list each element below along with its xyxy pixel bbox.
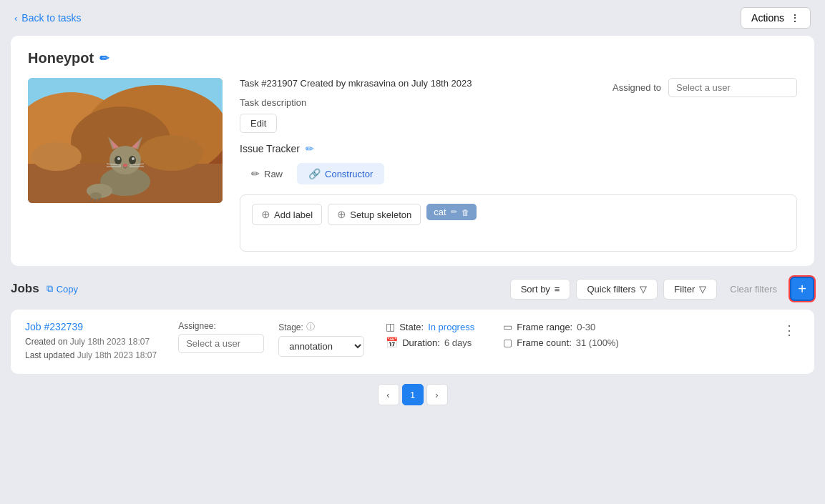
- stat-col-right: ▭ Frame range: 0-30 ▢ Frame count: 31 (1…: [503, 321, 619, 348]
- sort-by-label: Sort by: [521, 284, 550, 295]
- task-meta-text: Task #231907 Created by mkrasavina on Ju…: [240, 78, 472, 89]
- duration-stat: 📅 Duration: 6 days: [386, 337, 474, 348]
- stage-label: Stage: ⓘ: [278, 321, 364, 333]
- constructor-tab-icon: 🔗: [308, 168, 321, 179]
- updated-date: July 18th 2023 18:07: [77, 350, 157, 360]
- quick-filters-button[interactable]: Quick filters ▽: [576, 279, 658, 300]
- assignee-field: Assignee:: [178, 321, 264, 357]
- svg-point-8: [109, 146, 141, 174]
- task-content: Task #231907 Created by mkrasavina on Ju…: [28, 78, 797, 252]
- raw-tab-label: Raw: [264, 169, 283, 179]
- label-tag-cat: cat ✏ 🗑: [426, 204, 476, 220]
- state-icon: ◫: [386, 321, 395, 332]
- prev-icon: ‹: [386, 390, 389, 400]
- add-job-icon: +: [798, 281, 806, 297]
- label-tag-name: cat: [434, 207, 446, 217]
- chevron-left-icon: ‹: [14, 13, 17, 24]
- frame-count-stat: ▢ Frame count: 31 (100%): [503, 337, 619, 348]
- duration-icon: 📅: [386, 337, 398, 348]
- label-tag-delete-icon[interactable]: 🗑: [462, 208, 469, 217]
- jobs-left: Jobs ⧉ Copy: [11, 282, 78, 296]
- actions-button[interactable]: Actions ⋮: [741, 7, 811, 29]
- edit-description-button[interactable]: Edit: [240, 114, 277, 133]
- task-title-edit-icon[interactable]: ✏: [99, 51, 109, 65]
- svg-point-5: [31, 142, 82, 171]
- tab-constructor[interactable]: 🔗 Constructor: [297, 163, 384, 184]
- label-tag-edit-icon[interactable]: ✏: [451, 207, 457, 217]
- svg-point-16: [132, 157, 135, 160]
- assignee-label: Assignee:: [178, 321, 264, 331]
- frame-count-value: 31 (100%): [576, 337, 619, 348]
- frame-range-icon: ▭: [503, 321, 512, 332]
- state-label: State:: [399, 322, 424, 332]
- prev-page-button[interactable]: ‹: [378, 384, 399, 405]
- setup-skeleton-icon: ⊕: [337, 208, 346, 221]
- job-assignee-stage: Assignee: Stage: ⓘ annotation review acc…: [178, 321, 364, 357]
- back-label: Back to tasks: [21, 12, 81, 24]
- stat-col-left: ◫ State: In progress 📅 Duration: 6 days: [386, 321, 474, 348]
- job-info: Job #232739 Created on July 18th 2023 18…: [25, 321, 157, 362]
- top-bar: ‹ Back to tasks Actions ⋮: [0, 0, 825, 36]
- created-date: July 18th 2023 18:07: [70, 337, 150, 347]
- copy-button[interactable]: ⧉ Copy: [47, 283, 78, 295]
- next-page-button[interactable]: ›: [426, 384, 448, 405]
- next-icon: ›: [435, 390, 438, 400]
- svg-point-17: [123, 164, 127, 167]
- add-label-button[interactable]: ⊕ Add label: [252, 204, 322, 225]
- duration-value: 6 days: [444, 337, 472, 348]
- page-1-label: 1: [410, 390, 415, 400]
- issue-tracker-edit-icon[interactable]: ✏: [306, 143, 314, 154]
- state-value: In progress: [428, 322, 474, 332]
- state-stat: ◫ State: In progress: [386, 321, 474, 332]
- task-title: Honeypot: [28, 50, 94, 66]
- filter-button[interactable]: Filter ▽: [663, 279, 717, 300]
- updated-label: Last updated: [25, 350, 74, 360]
- jobs-right: Sort by ≡ Quick filters ▽ Filter ▽ Clear…: [510, 277, 814, 301]
- issue-tracker-label: Issue Tracker: [240, 143, 300, 154]
- assignee-input[interactable]: [178, 334, 264, 353]
- labels-area: ⊕ Add label ⊕ Setup skeleton cat ✏ 🗑: [240, 194, 797, 252]
- tab-raw[interactable]: ✏ Raw: [240, 163, 294, 184]
- svg-point-13: [114, 156, 122, 164]
- filter-label: Filter: [674, 284, 695, 295]
- page-1-button[interactable]: 1: [402, 384, 424, 405]
- add-label-text: Add label: [274, 209, 313, 220]
- sort-icon: ≡: [555, 284, 560, 295]
- clear-filters-label: Clear filters: [730, 284, 777, 295]
- job-id[interactable]: Job #232739: [25, 321, 157, 332]
- task-meta: Task #231907 Created by mkrasavina on Ju…: [240, 78, 601, 89]
- issue-tracker-row: Issue Tracker ✏: [240, 143, 797, 154]
- quick-filter-icon: ▽: [640, 284, 647, 295]
- pagination: ‹ 1 ›: [11, 374, 814, 415]
- copy-icon: ⧉: [47, 283, 53, 295]
- task-description-label: Task description: [240, 97, 797, 108]
- jobs-title: Jobs: [11, 282, 39, 296]
- task-details: Task #231907 Created by mkrasavina on Ju…: [240, 78, 797, 252]
- sort-by-button[interactable]: Sort by ≡: [510, 279, 571, 300]
- job-more-button[interactable]: ⋮: [778, 321, 800, 340]
- add-job-button[interactable]: +: [790, 277, 814, 301]
- assigned-label: Assigned to: [612, 82, 661, 93]
- svg-point-6: [139, 135, 203, 171]
- job-meta: Created on July 18th 2023 18:07 Last upd…: [25, 335, 157, 362]
- back-to-tasks-link[interactable]: ‹ Back to tasks: [14, 12, 82, 24]
- job-card: Job #232739 Created on July 18th 2023 18…: [11, 310, 814, 374]
- setup-skeleton-text: Setup skeleton: [350, 209, 411, 220]
- setup-skeleton-button[interactable]: ⊕ Setup skeleton: [328, 204, 421, 225]
- copy-label: Copy: [57, 284, 78, 295]
- add-label-icon: ⊕: [261, 208, 270, 221]
- svg-point-15: [117, 157, 120, 160]
- stage-select[interactable]: annotation review acceptance: [278, 336, 364, 357]
- assigned-to-input[interactable]: [668, 78, 797, 97]
- created-label: Created on: [25, 337, 67, 347]
- frame-range-value: 0-30: [577, 322, 595, 332]
- clear-filters-button[interactable]: Clear filters: [723, 280, 784, 299]
- duration-label: Duration:: [402, 337, 440, 348]
- svg-point-14: [129, 156, 136, 164]
- actions-label: Actions: [751, 12, 784, 24]
- frame-count-label: Frame count:: [517, 337, 572, 348]
- actions-dots-icon: ⋮: [790, 12, 800, 24]
- frame-count-icon: ▢: [503, 337, 512, 348]
- task-title-row: Honeypot ✏: [28, 50, 797, 66]
- constructor-tab-label: Constructor: [325, 169, 373, 179]
